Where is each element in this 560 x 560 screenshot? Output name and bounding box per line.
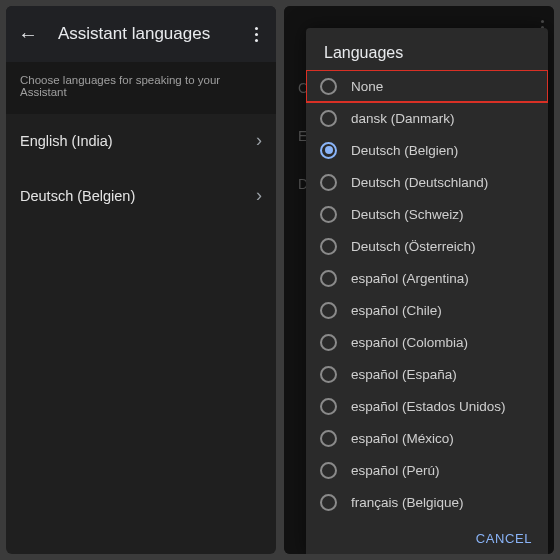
language-option-label: Deutsch (Österreich) — [351, 239, 476, 254]
settings-screen: ← Assistant languages Choose languages f… — [6, 6, 276, 554]
overflow-menu-icon[interactable] — [249, 21, 264, 48]
radio-icon — [320, 302, 337, 319]
language-option-label: español (España) — [351, 367, 457, 382]
radio-icon — [320, 270, 337, 287]
radio-icon — [320, 206, 337, 223]
language-option-label: español (Chile) — [351, 303, 442, 318]
language-option[interactable]: español (España) — [306, 358, 548, 390]
language-option-label: español (Argentina) — [351, 271, 469, 286]
language-dialog: Languages Nonedansk (Danmark)Deutsch (Be… — [306, 28, 548, 554]
language-option[interactable]: dansk (Danmark) — [306, 102, 548, 134]
radio-icon — [320, 398, 337, 415]
language-option[interactable]: None — [306, 70, 548, 102]
language-option-label: None — [351, 79, 383, 94]
radio-icon — [320, 366, 337, 383]
radio-icon — [320, 462, 337, 479]
language-option-label: español (Colombia) — [351, 335, 468, 350]
chevron-right-icon: › — [256, 185, 262, 206]
language-option-label: Deutsch (Belgien) — [351, 143, 458, 158]
chevron-right-icon: › — [256, 130, 262, 151]
language-option[interactable]: español (Estados Unidos) — [306, 390, 548, 422]
language-option[interactable]: español (Chile) — [306, 294, 548, 326]
language-row-secondary[interactable]: Deutsch (Belgien) › — [6, 169, 276, 222]
language-row-primary[interactable]: English (India) › — [6, 114, 276, 167]
language-option[interactable]: español (Colombia) — [306, 326, 548, 358]
page-title: Assistant languages — [58, 24, 249, 44]
cancel-button[interactable]: CANCEL — [476, 531, 532, 546]
app-bar: ← Assistant languages — [6, 6, 276, 62]
language-option[interactable]: Deutsch (Belgien) — [306, 134, 548, 166]
language-option[interactable]: français (Belgique) — [306, 486, 548, 518]
header-description: Choose languages for speaking to your As… — [6, 62, 276, 114]
language-option-label: français (Belgique) — [351, 495, 464, 510]
radio-icon — [320, 334, 337, 351]
language-option-label: español (México) — [351, 431, 454, 446]
language-option-list: Nonedansk (Danmark)Deutsch (Belgien)Deut… — [306, 70, 548, 523]
dialog-actions: CANCEL — [306, 523, 548, 554]
language-picker-screen: C E D Languages Nonedansk (Danmark)Deuts… — [284, 6, 554, 554]
radio-icon — [320, 174, 337, 191]
language-option-label: español (Perú) — [351, 463, 440, 478]
language-option-label: Deutsch (Deutschland) — [351, 175, 488, 190]
language-option[interactable]: Deutsch (Deutschland) — [306, 166, 548, 198]
language-option-label: español (Estados Unidos) — [351, 399, 506, 414]
radio-icon — [320, 238, 337, 255]
language-option-label: dansk (Danmark) — [351, 111, 455, 126]
language-option[interactable]: Deutsch (Schweiz) — [306, 198, 548, 230]
back-arrow-icon[interactable]: ← — [18, 23, 38, 46]
language-option[interactable]: español (Argentina) — [306, 262, 548, 294]
radio-icon — [320, 78, 337, 95]
radio-icon — [320, 494, 337, 511]
radio-icon — [320, 430, 337, 447]
language-option[interactable]: Deutsch (Österreich) — [306, 230, 548, 262]
language-label: English (India) — [20, 133, 113, 149]
language-label: Deutsch (Belgien) — [20, 188, 135, 204]
radio-icon — [320, 110, 337, 127]
radio-icon — [320, 142, 337, 159]
language-option[interactable]: español (México) — [306, 422, 548, 454]
dialog-title: Languages — [306, 28, 548, 70]
language-option[interactable]: español (Perú) — [306, 454, 548, 486]
language-option-label: Deutsch (Schweiz) — [351, 207, 464, 222]
